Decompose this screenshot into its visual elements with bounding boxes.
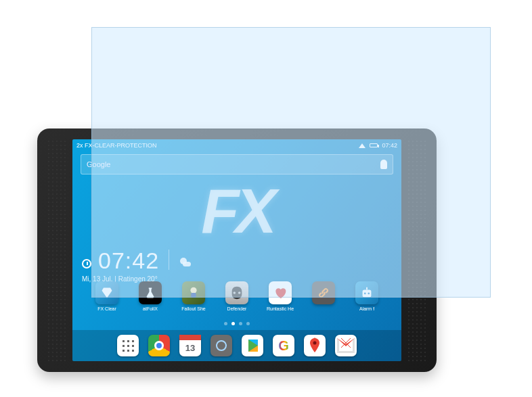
microphone-icon[interactable] — [380, 160, 387, 169]
svg-point-3 — [364, 293, 366, 295]
dock: 13 G — [72, 330, 401, 361]
page-dot[interactable] — [239, 322, 242, 325]
diamond-icon — [95, 281, 118, 304]
search-placeholder: Google — [87, 160, 110, 168]
tablet-screen: 2x FX-CLEAR-PROTECTION 07:42 Google FX 0… — [72, 139, 401, 361]
clock-time: 07:42 — [98, 248, 159, 274]
app-defender[interactable]: Defender — [221, 281, 252, 311]
google-app-icon[interactable]: G — [273, 335, 294, 356]
page-dot-active[interactable] — [231, 322, 235, 325]
alarm-icon — [82, 259, 91, 268]
svg-point-4 — [368, 293, 370, 295]
svg-rect-5 — [366, 287, 368, 290]
product-image: 2x FX-CLEAR-PROTECTION 07:42 Google FX 0… — [0, 0, 532, 397]
svg-rect-1 — [191, 293, 196, 298]
product-badge: 2x FX-CLEAR-PROTECTION — [76, 142, 157, 149]
homescreen-app-row: FX Clear atFoliX Fallout She — [72, 281, 401, 311]
heart-icon — [269, 281, 292, 304]
app-fx-clear[interactable]: FX Clear — [91, 281, 123, 311]
play-store-icon[interactable] — [242, 335, 263, 356]
page-dot[interactable] — [246, 322, 250, 325]
vault-boy-icon — [182, 281, 205, 304]
gmail-icon[interactable] — [335, 335, 357, 356]
weather-icon — [179, 256, 191, 268]
maps-icon[interactable] — [304, 335, 326, 356]
calendar-icon[interactable]: 13 — [179, 335, 201, 356]
app-runtastic[interactable]: Runtastic He — [265, 281, 296, 311]
camera-icon[interactable] — [210, 335, 232, 356]
svg-point-0 — [190, 287, 196, 294]
battery-icon — [370, 143, 378, 147]
google-search-bar[interactable]: Google — [81, 154, 393, 174]
svg-point-6 — [313, 342, 317, 345]
link-icon — [312, 281, 335, 304]
app-alarm-robot[interactable]: Alarm f — [351, 281, 382, 311]
chrome-icon[interactable] — [148, 335, 170, 356]
widget-divider — [169, 250, 169, 270]
page-indicator — [72, 322, 401, 325]
app-fallout[interactable]: Fallout She — [178, 281, 209, 311]
status-time: 07:42 — [382, 142, 397, 149]
svg-rect-2 — [363, 289, 372, 297]
trooper-icon — [225, 281, 248, 304]
page-dot[interactable] — [224, 322, 227, 325]
status-right: 07:42 — [359, 142, 397, 149]
tablet-device: 2x FX-CLEAR-PROTECTION 07:42 Google FX 0… — [37, 129, 437, 372]
fx-watermark: FX — [201, 180, 273, 242]
wifi-icon — [359, 143, 365, 148]
clock-widget[interactable]: 07:42 Mi, 13 Jul. | Ratingen 20° — [82, 248, 191, 283]
robot-icon — [355, 281, 378, 304]
app-drawer-icon[interactable] — [117, 335, 139, 356]
app-link[interactable] — [308, 281, 339, 311]
status-bar: 2x FX-CLEAR-PROTECTION 07:42 — [72, 139, 401, 151]
app-atfolix[interactable]: atFoliX — [135, 281, 166, 311]
flask-icon — [139, 281, 162, 304]
